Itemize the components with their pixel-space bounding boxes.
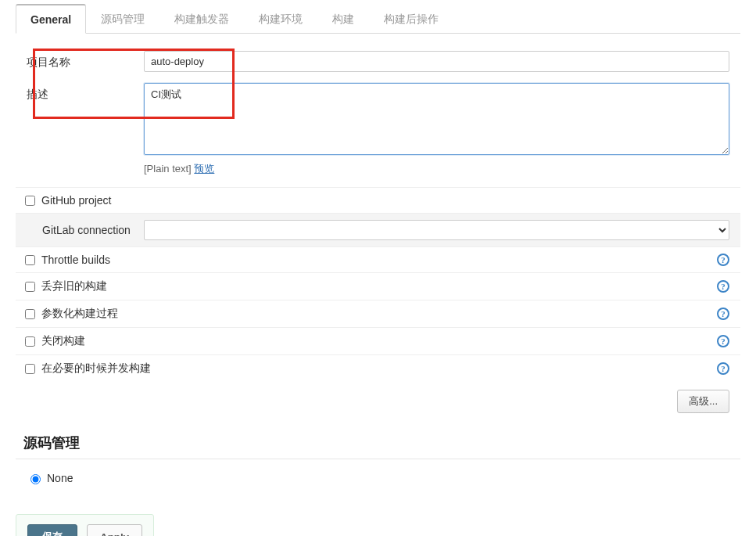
throttle-builds-label: Throttle builds xyxy=(41,254,110,266)
description-textarea[interactable] xyxy=(144,83,729,155)
apply-button[interactable]: Apply xyxy=(87,524,142,536)
config-tabs: General 源码管理 构建触发器 构建环境 构建 构建后操作 xyxy=(16,3,740,34)
preview-link[interactable]: 预览 xyxy=(194,163,214,174)
scm-none-label: None xyxy=(47,472,73,484)
row-parameterized-build: 参数化构建过程 ? xyxy=(16,300,740,327)
row-gitlab-connection: GitLab connection xyxy=(16,213,740,246)
parameterized-build-checkbox[interactable] xyxy=(25,309,35,319)
help-icon[interactable]: ? xyxy=(717,254,729,266)
gitlab-connection-label: GitLab connection xyxy=(42,224,144,236)
advanced-button[interactable]: 高级... xyxy=(677,390,729,413)
tab-build[interactable]: 构建 xyxy=(317,4,369,34)
help-icon[interactable]: ? xyxy=(717,280,729,293)
tab-triggers[interactable]: 构建触发器 xyxy=(159,4,244,34)
row-concurrent-if-needed: 在必要的时候并发构建 ? xyxy=(16,354,740,382)
scm-none-radio[interactable] xyxy=(30,474,41,484)
help-icon[interactable]: ? xyxy=(717,335,729,347)
row-project-name: 项目名称 xyxy=(16,51,740,72)
help-icon[interactable]: ? xyxy=(717,362,729,375)
github-project-checkbox[interactable] xyxy=(25,196,35,206)
tab-scm[interactable]: 源码管理 xyxy=(86,4,159,34)
save-button[interactable]: 保存 xyxy=(27,524,77,536)
gitlab-connection-select[interactable] xyxy=(144,220,729,240)
row-description: 描述 [Plain text] 预览 xyxy=(16,83,740,176)
help-icon[interactable]: ? xyxy=(717,308,729,320)
plain-text-tag: [Plain text] xyxy=(144,163,192,174)
project-name-input[interactable] xyxy=(144,51,729,72)
concurrent-if-needed-label: 在必要的时候并发构建 xyxy=(41,362,151,376)
github-project-label: GitHub project xyxy=(41,194,111,207)
scm-options: None xyxy=(16,459,740,508)
tab-env[interactable]: 构建环境 xyxy=(244,4,317,34)
row-github-project: GitHub project xyxy=(16,187,740,213)
row-throttle-builds: Throttle builds ? xyxy=(16,246,740,272)
discard-old-builds-checkbox[interactable] xyxy=(25,282,35,292)
disable-build-checkbox[interactable] xyxy=(25,336,35,347)
scm-section-title: 源码管理 xyxy=(23,433,740,452)
row-scm-none: None xyxy=(27,472,729,484)
footer-actions: 保存 Apply xyxy=(16,514,154,536)
concurrent-if-needed-checkbox[interactable] xyxy=(25,364,35,374)
description-label: 描述 xyxy=(27,83,144,102)
parameterized-build-label: 参数化构建过程 xyxy=(41,307,118,321)
row-disable-build: 关闭构建 ? xyxy=(16,327,740,354)
project-name-label: 项目名称 xyxy=(27,51,144,70)
throttle-builds-checkbox[interactable] xyxy=(25,255,35,265)
disable-build-label: 关闭构建 xyxy=(41,334,85,348)
row-discard-old-builds: 丢弃旧的构建 ? xyxy=(16,272,740,300)
discard-old-builds-label: 丢弃旧的构建 xyxy=(41,279,107,293)
tab-general[interactable]: General xyxy=(16,4,86,34)
tab-post[interactable]: 构建后操作 xyxy=(369,4,453,34)
